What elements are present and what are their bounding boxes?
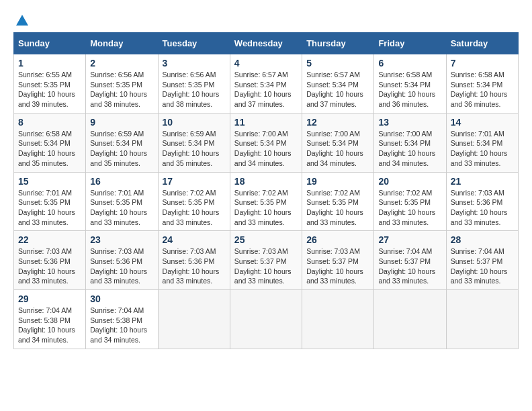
page-header <box>13 13 519 26</box>
header-tuesday: Tuesday <box>158 33 230 54</box>
day-number: 24 <box>163 234 226 245</box>
svg-marker-0 <box>16 15 28 26</box>
day-number: 23 <box>90 234 153 245</box>
cell-info: Sunrise: 7:03 AM Sunset: 5:36 PM Dayligh… <box>18 246 81 286</box>
calendar-cell: 20 Sunrise: 7:02 AM Sunset: 5:35 PM Dayl… <box>374 172 446 231</box>
day-number: 18 <box>234 176 298 187</box>
cell-info: Sunrise: 7:02 AM Sunset: 5:35 PM Dayligh… <box>234 188 298 228</box>
header-monday: Monday <box>86 33 158 54</box>
calendar-cell: 16 Sunrise: 7:01 AM Sunset: 5:35 PM Dayl… <box>86 172 158 231</box>
cell-info: Sunrise: 6:59 AM Sunset: 5:34 PM Dayligh… <box>163 129 226 169</box>
logo <box>13 13 30 26</box>
cell-info: Sunrise: 6:55 AM Sunset: 5:35 PM Dayligh… <box>18 70 81 109</box>
logo-icon <box>15 13 30 28</box>
calendar-cell: 17 Sunrise: 7:02 AM Sunset: 5:35 PM Dayl… <box>158 172 230 231</box>
calendar-cell: 13 Sunrise: 7:00 AM Sunset: 5:34 PM Dayl… <box>374 113 446 172</box>
day-number: 30 <box>90 293 153 304</box>
calendar-cell: 25 Sunrise: 7:03 AM Sunset: 5:37 PM Dayl… <box>230 231 302 290</box>
day-number: 9 <box>90 117 153 128</box>
calendar-cell: 11 Sunrise: 7:00 AM Sunset: 5:34 PM Dayl… <box>230 113 302 172</box>
calendar-cell: 3 Sunrise: 6:56 AM Sunset: 5:35 PM Dayli… <box>158 54 230 113</box>
calendar-cell: 29 Sunrise: 7:04 AM Sunset: 5:38 PM Dayl… <box>14 290 86 349</box>
cell-info: Sunrise: 7:00 AM Sunset: 5:34 PM Dayligh… <box>234 129 298 169</box>
header-saturday: Saturday <box>446 33 518 54</box>
calendar-cell <box>230 290 302 349</box>
day-number: 3 <box>163 58 226 68</box>
calendar-cell: 1 Sunrise: 6:55 AM Sunset: 5:35 PM Dayli… <box>14 54 86 113</box>
week-row-4: 22 Sunrise: 7:03 AM Sunset: 5:36 PM Dayl… <box>14 231 519 290</box>
cell-info: Sunrise: 6:58 AM Sunset: 5:34 PM Dayligh… <box>378 70 441 109</box>
cell-info: Sunrise: 7:01 AM Sunset: 5:35 PM Dayligh… <box>18 188 81 228</box>
day-number: 17 <box>163 176 226 187</box>
calendar-cell: 19 Sunrise: 7:02 AM Sunset: 5:35 PM Dayl… <box>302 172 374 231</box>
calendar-cell: 30 Sunrise: 7:04 AM Sunset: 5:38 PM Dayl… <box>86 290 158 349</box>
cell-info: Sunrise: 7:04 AM Sunset: 5:38 PM Dayligh… <box>18 306 81 345</box>
cell-info: Sunrise: 6:56 AM Sunset: 5:35 PM Dayligh… <box>163 70 226 109</box>
day-number: 4 <box>234 58 298 68</box>
day-number: 19 <box>306 176 369 187</box>
calendar-cell: 12 Sunrise: 7:00 AM Sunset: 5:34 PM Dayl… <box>302 113 374 172</box>
week-row-3: 15 Sunrise: 7:01 AM Sunset: 5:35 PM Dayl… <box>14 172 519 231</box>
calendar-cell: 21 Sunrise: 7:03 AM Sunset: 5:36 PM Dayl… <box>446 172 518 231</box>
calendar-cell: 10 Sunrise: 6:59 AM Sunset: 5:34 PM Dayl… <box>158 113 230 172</box>
day-number: 16 <box>90 176 153 187</box>
day-number: 15 <box>18 176 81 187</box>
cell-info: Sunrise: 7:03 AM Sunset: 5:37 PM Dayligh… <box>234 246 298 286</box>
day-number: 8 <box>18 117 81 128</box>
cell-info: Sunrise: 7:02 AM Sunset: 5:35 PM Dayligh… <box>163 188 226 228</box>
calendar-cell <box>374 290 446 349</box>
cell-info: Sunrise: 6:58 AM Sunset: 5:34 PM Dayligh… <box>18 129 81 169</box>
cell-info: Sunrise: 7:03 AM Sunset: 5:37 PM Dayligh… <box>306 246 369 286</box>
cell-info: Sunrise: 7:00 AM Sunset: 5:34 PM Dayligh… <box>306 129 369 169</box>
calendar-cell: 26 Sunrise: 7:03 AM Sunset: 5:37 PM Dayl… <box>302 231 374 290</box>
day-number: 10 <box>163 117 226 128</box>
cell-info: Sunrise: 6:56 AM Sunset: 5:35 PM Dayligh… <box>90 70 153 109</box>
calendar-cell <box>158 290 230 349</box>
day-number: 26 <box>306 234 369 245</box>
day-number: 27 <box>378 234 441 245</box>
cell-info: Sunrise: 6:58 AM Sunset: 5:34 PM Dayligh… <box>451 70 514 109</box>
day-number: 22 <box>18 234 81 245</box>
calendar-cell <box>446 290 518 349</box>
week-row-2: 8 Sunrise: 6:58 AM Sunset: 5:34 PM Dayli… <box>14 113 519 172</box>
day-number: 5 <box>306 58 369 68</box>
calendar-cell: 23 Sunrise: 7:03 AM Sunset: 5:36 PM Dayl… <box>86 231 158 290</box>
day-number: 2 <box>90 58 153 68</box>
cell-info: Sunrise: 7:00 AM Sunset: 5:34 PM Dayligh… <box>378 129 441 169</box>
calendar-cell <box>302 290 374 349</box>
cell-info: Sunrise: 7:01 AM Sunset: 5:34 PM Dayligh… <box>451 129 514 169</box>
cell-info: Sunrise: 7:02 AM Sunset: 5:35 PM Dayligh… <box>306 188 369 228</box>
day-number: 28 <box>451 234 514 245</box>
calendar-table: SundayMondayTuesdayWednesdayThursdayFrid… <box>13 32 519 349</box>
cell-info: Sunrise: 7:03 AM Sunset: 5:36 PM Dayligh… <box>90 246 153 286</box>
cell-info: Sunrise: 7:02 AM Sunset: 5:35 PM Dayligh… <box>378 188 441 228</box>
header-wednesday: Wednesday <box>230 33 302 54</box>
header-sunday: Sunday <box>14 33 86 54</box>
calendar-header-row: SundayMondayTuesdayWednesdayThursdayFrid… <box>14 33 519 54</box>
calendar-cell: 6 Sunrise: 6:58 AM Sunset: 5:34 PM Dayli… <box>374 54 446 113</box>
header-friday: Friday <box>374 33 446 54</box>
calendar-cell: 2 Sunrise: 6:56 AM Sunset: 5:35 PM Dayli… <box>86 54 158 113</box>
day-number: 1 <box>18 58 81 68</box>
cell-info: Sunrise: 6:59 AM Sunset: 5:34 PM Dayligh… <box>90 129 153 169</box>
cell-info: Sunrise: 7:04 AM Sunset: 5:37 PM Dayligh… <box>378 246 441 286</box>
cell-info: Sunrise: 7:04 AM Sunset: 5:38 PM Dayligh… <box>90 306 153 345</box>
calendar-cell: 22 Sunrise: 7:03 AM Sunset: 5:36 PM Dayl… <box>14 231 86 290</box>
calendar-cell: 5 Sunrise: 6:57 AM Sunset: 5:34 PM Dayli… <box>302 54 374 113</box>
calendar-cell: 18 Sunrise: 7:02 AM Sunset: 5:35 PM Dayl… <box>230 172 302 231</box>
calendar-cell: 28 Sunrise: 7:04 AM Sunset: 5:37 PM Dayl… <box>446 231 518 290</box>
calendar-cell: 27 Sunrise: 7:04 AM Sunset: 5:37 PM Dayl… <box>374 231 446 290</box>
day-number: 21 <box>451 176 514 187</box>
day-number: 11 <box>234 117 298 128</box>
day-number: 12 <box>306 117 369 128</box>
calendar-cell: 9 Sunrise: 6:59 AM Sunset: 5:34 PM Dayli… <box>86 113 158 172</box>
cell-info: Sunrise: 7:01 AM Sunset: 5:35 PM Dayligh… <box>90 188 153 228</box>
cell-info: Sunrise: 6:57 AM Sunset: 5:34 PM Dayligh… <box>306 70 369 109</box>
day-number: 20 <box>378 176 441 187</box>
week-row-5: 29 Sunrise: 7:04 AM Sunset: 5:38 PM Dayl… <box>14 290 519 349</box>
cell-info: Sunrise: 7:03 AM Sunset: 5:36 PM Dayligh… <box>451 188 514 228</box>
day-number: 14 <box>451 117 514 128</box>
day-number: 6 <box>378 58 441 68</box>
calendar-cell: 15 Sunrise: 7:01 AM Sunset: 5:35 PM Dayl… <box>14 172 86 231</box>
day-number: 7 <box>451 58 514 68</box>
